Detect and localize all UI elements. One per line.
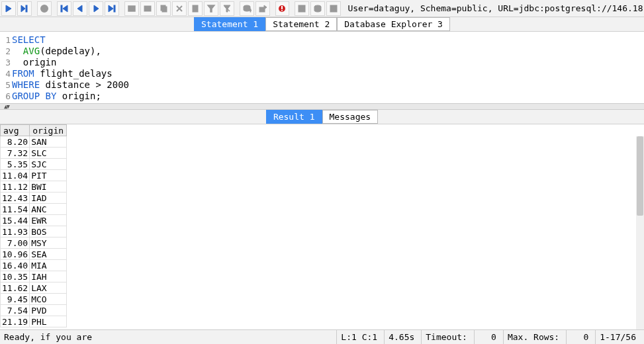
cell-origin[interactable]: MCO xyxy=(30,294,67,305)
code-line[interactable]: WHERE distance > 2000 xyxy=(12,79,129,90)
status-timeout-value[interactable]: 0 xyxy=(474,330,500,344)
cell-origin[interactable]: BWI xyxy=(30,181,67,193)
prev-icon[interactable] xyxy=(73,1,87,16)
cell-avg[interactable]: 11.04 xyxy=(1,170,30,181)
table-row[interactable]: 7.00MSY xyxy=(1,237,67,249)
code-line[interactable]: AVG(depdelay), xyxy=(12,46,101,56)
table-row[interactable]: 11.04PIT xyxy=(1,170,67,181)
cell-origin[interactable]: SEA xyxy=(30,249,67,260)
column-header[interactable]: avg xyxy=(1,125,30,136)
table-row[interactable]: 8.20SAN xyxy=(1,136,67,148)
table-row[interactable]: 12.43IAD xyxy=(1,193,67,204)
table-row[interactable]: 7.54PVD xyxy=(1,305,67,316)
table-row[interactable]: 16.40MIA xyxy=(1,260,67,271)
execute-script-icon[interactable] xyxy=(17,1,32,16)
code-line[interactable]: SELECT xyxy=(12,34,46,45)
cell-avg[interactable]: 15.44 xyxy=(1,215,30,226)
table-row[interactable]: 21.19PHL xyxy=(1,316,67,327)
cell-origin[interactable]: PIT xyxy=(30,170,67,181)
cell-avg[interactable]: 11.62 xyxy=(1,282,30,294)
cell-avg[interactable]: 7.54 xyxy=(1,305,30,316)
db-icon[interactable] xyxy=(310,1,325,16)
table-row[interactable]: 11.62LAX xyxy=(1,282,67,294)
cell-avg[interactable]: 21.19 xyxy=(1,316,30,327)
svg-marker-9 xyxy=(109,5,113,12)
stop-icon[interactable] xyxy=(37,1,52,16)
cell-avg[interactable]: 7.00 xyxy=(1,237,30,249)
cell-origin[interactable]: SAN xyxy=(30,136,67,148)
scrollbar-thumb[interactable] xyxy=(637,136,643,216)
table-row[interactable]: 11.54ANC xyxy=(1,204,67,215)
cell-avg[interactable]: 11.12 xyxy=(1,181,30,193)
last-icon[interactable] xyxy=(105,1,119,16)
cell-avg[interactable]: 12.43 xyxy=(1,193,30,204)
next-icon[interactable] xyxy=(89,1,103,16)
cell-avg[interactable]: 7.32 xyxy=(1,148,30,159)
cell-origin[interactable]: ANC xyxy=(30,204,67,215)
scrollbar[interactable] xyxy=(636,136,644,329)
column-header[interactable]: origin xyxy=(30,125,67,136)
tab-result-1[interactable]: Result 1 xyxy=(266,110,322,124)
status-maxrows-value[interactable]: 0 xyxy=(566,330,592,344)
code-line[interactable]: origin xyxy=(12,57,56,67)
cell-origin[interactable]: PVD xyxy=(30,305,67,316)
svg-marker-21 xyxy=(208,5,214,12)
cell-avg[interactable]: 16.40 xyxy=(1,260,30,271)
clear-filter-icon[interactable] xyxy=(220,1,234,16)
svg-marker-0 xyxy=(6,5,11,12)
commit-icon[interactable] xyxy=(124,1,139,16)
svg-rect-16 xyxy=(162,7,167,12)
cell-origin[interactable]: SLC xyxy=(30,148,67,159)
line-gutter: 4 xyxy=(0,69,12,79)
cell-origin[interactable]: IAH xyxy=(30,271,67,282)
cell-avg[interactable]: 11.93 xyxy=(1,226,30,237)
tab-statement-2[interactable]: Statement 2 xyxy=(265,17,337,31)
sql-editor[interactable]: 1SELECT2 AVG(depdelay),3 origin4FROM fli… xyxy=(0,32,644,103)
tab-db-explorer[interactable]: Database Explorer 3 xyxy=(337,17,450,31)
table-row[interactable]: 7.32SLC xyxy=(1,148,67,159)
cell-avg[interactable]: 8.20 xyxy=(1,136,30,148)
cell-origin[interactable]: SJC xyxy=(30,159,67,170)
results-grid[interactable]: avgorigin 8.20SAN7.32SLC5.35SJC11.04PIT1… xyxy=(0,124,67,327)
filter-icon[interactable] xyxy=(204,1,218,16)
execute-icon[interactable] xyxy=(1,1,16,16)
splitter[interactable]: ▲▼ xyxy=(0,103,644,110)
panel-icon[interactable] xyxy=(326,1,341,16)
svg-marker-1 xyxy=(21,5,25,12)
table-row[interactable]: 11.93BOS xyxy=(1,226,67,237)
cell-origin[interactable]: BOS xyxy=(30,226,67,237)
tab-statement-1[interactable]: Statement 1 xyxy=(194,17,265,31)
cell-origin[interactable]: MIA xyxy=(30,260,67,271)
cell-origin[interactable]: EWR xyxy=(30,215,67,226)
code-line[interactable]: GROUP BY origin; xyxy=(12,91,101,101)
svg-marker-27 xyxy=(264,5,267,9)
cell-origin[interactable]: LAX xyxy=(30,282,67,294)
delete-row-icon[interactable] xyxy=(172,1,187,16)
table-row[interactable]: 9.45MCO xyxy=(1,294,67,305)
table-row[interactable]: 11.12BWI xyxy=(1,181,67,193)
export-icon[interactable] xyxy=(255,1,270,16)
cell-avg[interactable]: 10.35 xyxy=(1,271,30,282)
select-columns-icon[interactable] xyxy=(188,1,203,16)
svg-text:+: + xyxy=(249,7,252,13)
insert-row-icon[interactable] xyxy=(140,1,155,16)
grid-icon[interactable] xyxy=(295,1,309,16)
table-row[interactable]: 15.44EWR xyxy=(1,215,67,226)
copy-row-icon[interactable] xyxy=(156,1,171,16)
table-row[interactable]: 10.35IAH xyxy=(1,271,67,282)
cell-avg[interactable]: 9.45 xyxy=(1,294,30,305)
table-row[interactable]: 10.96SEA xyxy=(1,249,67,260)
cell-origin[interactable]: PHL xyxy=(30,316,67,327)
cell-avg[interactable]: 5.35 xyxy=(1,159,30,170)
table-row[interactable]: 5.35SJC xyxy=(1,159,67,170)
code-line[interactable]: FROM flight_delays xyxy=(12,68,113,79)
database-add-icon[interactable]: + xyxy=(240,1,254,16)
cell-avg[interactable]: 11.54 xyxy=(1,204,30,215)
status-bar: Ready, if you are L:1 C:1 4.65s Timeout:… xyxy=(0,329,644,344)
tab-messages[interactable]: Messages xyxy=(322,110,379,124)
cell-origin[interactable]: IAD xyxy=(30,193,67,204)
first-icon[interactable] xyxy=(57,1,71,16)
cell-avg[interactable]: 10.96 xyxy=(1,249,30,260)
cell-origin[interactable]: MSY xyxy=(30,237,67,249)
rollback-icon[interactable] xyxy=(275,1,290,16)
